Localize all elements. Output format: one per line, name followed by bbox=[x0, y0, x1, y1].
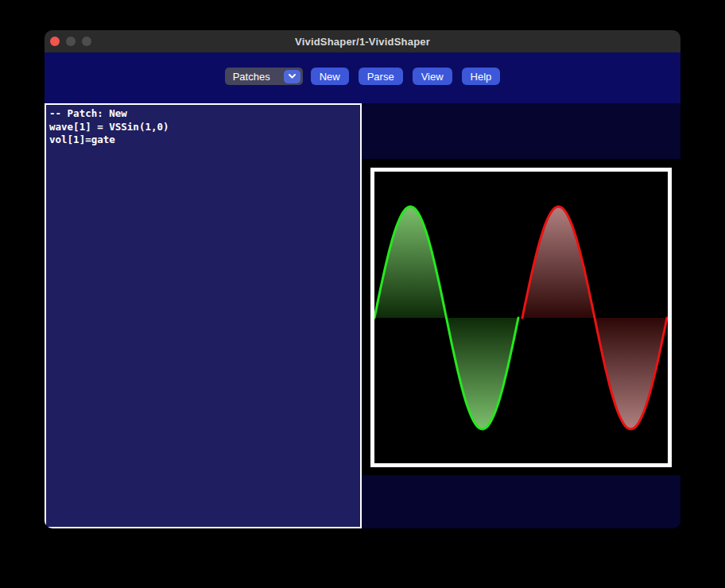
code-line: wave[1] = VSSin(1,0) bbox=[49, 121, 357, 134]
patches-dropdown-label: Patches bbox=[225, 71, 270, 83]
chevron-down-icon bbox=[284, 70, 300, 83]
waveform-svg bbox=[374, 172, 668, 463]
view-button[interactable]: View bbox=[413, 68, 452, 85]
code-editor[interactable]: -- Patch: New wave[1] = VSSin(1,0) vol[1… bbox=[45, 103, 362, 528]
new-button[interactable]: New bbox=[311, 68, 349, 85]
waveform-plot bbox=[370, 168, 672, 467]
code-line: vol[1]=gate bbox=[49, 133, 357, 147]
toolbar: Patches New Parse View Help bbox=[45, 68, 680, 85]
window-title: VividShaper/1-VividShaper bbox=[295, 36, 430, 48]
minimize-button[interactable] bbox=[66, 37, 76, 46]
title-bar: VividShaper/1-VividShaper bbox=[45, 30, 680, 52]
zoom-button[interactable] bbox=[82, 37, 91, 46]
close-button[interactable] bbox=[50, 37, 60, 46]
app-window: VividShaper/1-VividShaper Patches New Pa… bbox=[45, 30, 680, 528]
code-line: -- Patch: New bbox=[49, 107, 357, 121]
right-panel bbox=[362, 103, 680, 528]
parse-button[interactable]: Parse bbox=[359, 68, 403, 85]
traffic-lights bbox=[45, 30, 91, 52]
waveform-display-area bbox=[362, 159, 680, 475]
patches-dropdown[interactable]: Patches bbox=[225, 68, 303, 85]
help-button[interactable]: Help bbox=[462, 68, 501, 85]
